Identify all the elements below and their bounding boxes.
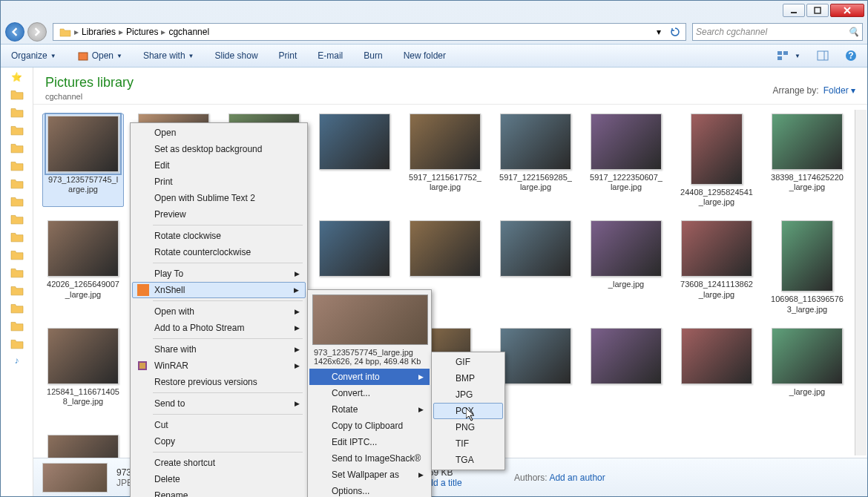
address-dropdown-button[interactable]: ▾ [651, 24, 666, 39]
help-button[interactable]: ? [841, 48, 861, 63]
menu-item[interactable]: Open with▶ [132, 303, 306, 320]
menu-item[interactable]: Open with Sublime Text 2 [132, 190, 306, 206]
folder-icon[interactable] [10, 284, 24, 296]
print-button[interactable]: Print [274, 49, 302, 62]
file-item[interactable] [676, 328, 757, 421]
menu-item[interactable]: Create shortcut [132, 455, 306, 471]
menu-item[interactable]: Rotate clockwise [132, 228, 306, 244]
burn-button[interactable]: Burn [359, 49, 387, 62]
menu-item[interactable]: Copy to Clipboard [309, 418, 430, 434]
view-mode-button[interactable]: ▼ [772, 49, 805, 62]
minimize-button[interactable] [783, 4, 805, 17]
menu-item[interactable]: Convert into▶ [309, 369, 430, 385]
folder-icon[interactable] [10, 231, 24, 243]
menu-item-format[interactable]: GIF [433, 354, 503, 370]
folder-icon[interactable] [10, 266, 24, 278]
share-with-button[interactable]: Share with▼ [139, 49, 199, 62]
menu-item-format[interactable]: TIF [433, 435, 503, 452]
file-item[interactable]: 5917_1215617752_large.jpg [404, 113, 486, 207]
menu-item[interactable]: Cut [132, 417, 306, 433]
details-add-author[interactable]: Add an author [549, 473, 605, 483]
maximize-button[interactable] [806, 4, 829, 17]
breadcrumb-pictures[interactable]: Pictures [123, 27, 161, 37]
back-button[interactable] [5, 22, 24, 42]
forward-button[interactable] [27, 22, 47, 42]
menu-item[interactable]: Set Wallpaper as▶ [309, 467, 430, 483]
folder-icon[interactable] [10, 159, 24, 171]
menu-item[interactable]: Play To▶ [132, 266, 306, 282]
preview-pane-button[interactable] [812, 49, 833, 62]
menu-item[interactable]: Open [132, 125, 306, 141]
menu-item[interactable]: Rotate▶ [309, 401, 430, 418]
slideshow-button[interactable]: Slide show [211, 49, 263, 62]
search-input[interactable]: Search cgchannel 🔍 [692, 23, 863, 41]
music-icon[interactable]: ♪ [15, 355, 19, 366]
menu-item[interactable]: Print [132, 174, 306, 190]
file-item[interactable]: 73608_1241113862_large.jpg [676, 220, 757, 314]
email-button[interactable]: E-mail [313, 49, 347, 62]
arrange-by-value[interactable]: Folder ▾ [823, 85, 855, 96]
menu-item-format[interactable]: BMP [433, 370, 503, 386]
folder-icon[interactable] [10, 213, 24, 225]
folder-icon[interactable] [10, 88, 24, 100]
menu-item[interactable]: Rotate counterclockwise [132, 244, 306, 260]
file-item[interactable]: 125841_1166714058_large.jpg [42, 328, 124, 421]
file-item[interactable]: 24408_1295824541_large.jpg [676, 113, 757, 207]
menu-item[interactable]: Preview [132, 206, 306, 223]
menu-item[interactable]: Add to a Photo Stream▶ [132, 320, 306, 336]
menu-item[interactable]: Rename [132, 487, 306, 497]
file-item[interactable]: 251410_1287158133_large.jpg [42, 435, 124, 458]
menu-item[interactable]: Share with▶ [132, 341, 306, 358]
menu-item[interactable]: Send to ImageShack® [309, 450, 430, 467]
new-folder-button[interactable]: New folder [399, 49, 450, 62]
organize-button[interactable]: Organize▼ [7, 49, 61, 62]
breadcrumb-libraries[interactable]: Libraries [79, 27, 119, 37]
file-item[interactable]: 973_1235757745_large.jpg [42, 113, 124, 207]
file-item[interactable] [495, 328, 576, 421]
file-item[interactable] [585, 328, 667, 421]
menu-item[interactable]: Delete [132, 471, 306, 487]
menu-item[interactable]: Send to▶ [132, 395, 306, 412]
folder-icon[interactable] [10, 124, 24, 136]
open-button[interactable]: Open▼ [73, 48, 127, 63]
menu-item[interactable]: Restore previous versions [132, 374, 306, 390]
file-item[interactable]: 38398_1174625220_large.jpg [766, 113, 848, 207]
folder-icon[interactable] [10, 320, 24, 332]
file-item[interactable]: 5917_1222350607_large.jpg [585, 113, 667, 207]
menu-item[interactable]: Options... [309, 483, 430, 497]
menu-item[interactable]: Edit IPTC... [309, 434, 430, 450]
file-item[interactable]: 106968_1163965763_large.jpg [766, 220, 848, 314]
menu-item[interactable]: XnShell▶ [132, 282, 306, 298]
vertical-scrollbar[interactable] [855, 110, 867, 455]
refresh-button[interactable] [668, 24, 683, 39]
svg-rect-14 [139, 363, 145, 369]
favorites-star-icon[interactable]: ⭐ [11, 72, 22, 82]
folder-icon[interactable] [10, 142, 24, 154]
folder-icon[interactable] [10, 177, 24, 189]
menu-item[interactable]: Edit [132, 157, 306, 174]
breadcrumb-root[interactable] [56, 27, 74, 37]
file-item[interactable] [314, 113, 395, 207]
folder-icon[interactable] [10, 195, 24, 207]
menu-item[interactable]: Convert... [309, 385, 430, 401]
file-thumbnail [410, 113, 481, 170]
folder-icon[interactable] [10, 106, 24, 118]
folder-icon[interactable] [10, 302, 24, 314]
breadcrumb-cgchannel[interactable]: cgchannel [165, 27, 212, 37]
file-item[interactable]: 42026_1265649007_large.jpg [42, 220, 124, 314]
file-item[interactable]: 5917_1221569285_large.jpg [495, 113, 576, 207]
address-bar[interactable]: ▸ Libraries ▸ Pictures ▸ cgchannel ▾ [53, 23, 686, 41]
folder-icon[interactable] [10, 338, 24, 349]
menu-item[interactable]: Copy [132, 433, 306, 450]
menu-item[interactable]: WinRAR▶ [132, 358, 306, 374]
file-item[interactable]: _large.jpg [585, 220, 667, 314]
file-item[interactable]: _large.jpg [766, 328, 848, 421]
file-item[interactable] [495, 220, 576, 314]
menu-item-format[interactable]: JPG [433, 386, 503, 403]
xnshell-submenu[interactable]: 973_1235757745_large.jpg1426x626, 24 bpp… [307, 289, 432, 497]
menu-item[interactable]: Set as desktop background [132, 141, 306, 157]
menu-item-format[interactable]: TGA [433, 452, 503, 468]
folder-icon[interactable] [10, 249, 24, 260]
close-button[interactable] [830, 4, 864, 17]
context-menu[interactable]: OpenSet as desktop backgroundEditPrintOp… [130, 122, 308, 497]
